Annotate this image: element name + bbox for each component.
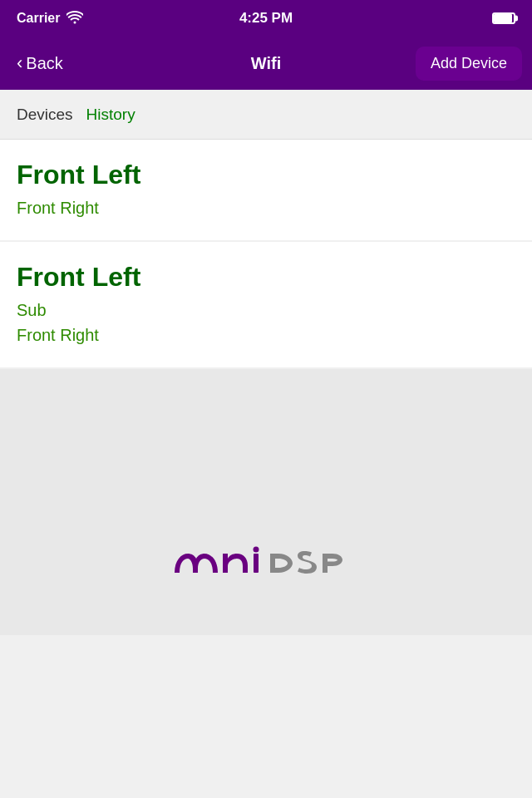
status-bar-time: 4:25 PM bbox=[239, 10, 293, 27]
device-group-1[interactable]: Front Left Front Right bbox=[0, 140, 532, 240]
tab-bar: Devices History bbox=[0, 90, 532, 140]
status-bar: Carrier 4:25 PM bbox=[0, 0, 532, 37]
svg-rect-1 bbox=[254, 554, 259, 573]
add-device-button[interactable]: Add Device bbox=[416, 47, 522, 81]
device-sub-2-0: Sub bbox=[17, 298, 515, 323]
tab-history[interactable]: History bbox=[86, 97, 149, 132]
wifi-icon bbox=[66, 11, 83, 27]
status-bar-right bbox=[492, 12, 515, 24]
battery-icon bbox=[492, 12, 515, 24]
device-main-2: Front Left bbox=[17, 262, 515, 293]
footer bbox=[0, 369, 532, 635]
carrier-label: Carrier bbox=[17, 11, 60, 26]
back-chevron-icon: ‹ bbox=[17, 54, 22, 72]
minidsp-logo bbox=[158, 535, 374, 585]
device-group-2[interactable]: Front Left Sub Front Right bbox=[0, 242, 532, 367]
device-main-1: Front Left bbox=[17, 160, 515, 190]
status-bar-left: Carrier bbox=[17, 11, 83, 27]
logo-container bbox=[141, 519, 391, 602]
device-sub-2-1: Front Right bbox=[17, 323, 515, 347]
device-sub-1-0: Front Right bbox=[17, 195, 515, 220]
svg-point-0 bbox=[254, 547, 259, 553]
nav-title: Wifi bbox=[251, 54, 281, 73]
tab-devices[interactable]: Devices bbox=[17, 97, 86, 132]
back-label: Back bbox=[26, 54, 62, 73]
nav-bar: ‹ Back Wifi Add Device bbox=[0, 37, 532, 90]
back-button[interactable]: ‹ Back bbox=[10, 47, 70, 80]
